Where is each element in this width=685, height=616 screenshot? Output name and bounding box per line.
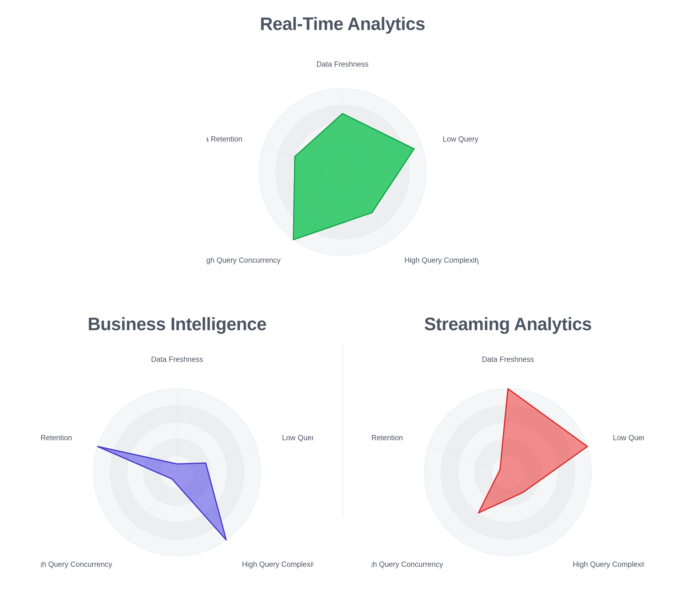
radar-axis-label: Low Query Latency <box>613 434 644 442</box>
chart-title-realtime: Real-Time Analytics <box>260 14 425 34</box>
radar-axis-label: High Query Complexity <box>573 560 644 568</box>
radar-svg: Data FreshnessLow Query LatencyHigh Quer… <box>372 350 644 583</box>
radar-axis-label: High Query Complexity <box>404 256 479 264</box>
radar-axis-label: Low Query Latency <box>442 135 479 143</box>
radar-axis-label: Data Freshness <box>482 355 534 364</box>
chart-streaming: Data FreshnessLow Query LatencyHigh Quer… <box>372 350 644 583</box>
radar-axis-label: High Query Complexity <box>242 560 313 568</box>
panel-streaming: Streaming Analytics Data FreshnessLow Qu… <box>343 308 673 608</box>
radar-svg: Data FreshnessLow Query LatencyHigh Quer… <box>41 350 313 583</box>
radar-svg: Data FreshnessLow Query LatencyHigh Quer… <box>206 49 479 283</box>
radar-axis-label: Data Freshness <box>316 60 369 68</box>
radar-axis-label: High Query Concurrency <box>41 560 112 568</box>
chart-realtime: Data FreshnessLow Query LatencyHigh Quer… <box>206 49 479 283</box>
panel-realtime: Real-Time Analytics Data FreshnessLow Qu… <box>12 8 673 308</box>
panel-bi: Business Intelligence Data FreshnessLow … <box>12 308 343 608</box>
radar-axis-label: Long Data Retention <box>41 434 72 442</box>
radar-axis-label: High Query Concurrency <box>372 560 443 568</box>
radar-axis-label: Data Freshness <box>151 355 203 364</box>
top-row: Real-Time Analytics Data FreshnessLow Qu… <box>12 8 673 308</box>
radar-axis-label: Long Data Retention <box>206 135 243 143</box>
radar-axis-label: Long Data Retention <box>372 434 403 442</box>
radar-axis-label: Low Query Latency <box>282 434 313 442</box>
page: Real-Time Analytics Data FreshnessLow Qu… <box>0 0 685 616</box>
chart-bi: Data FreshnessLow Query LatencyHigh Quer… <box>41 350 313 583</box>
bottom-row: Business Intelligence Data FreshnessLow … <box>12 308 673 608</box>
chart-title-bi: Business Intelligence <box>88 314 267 334</box>
radar-axis-label: High Query Concurrency <box>206 256 281 264</box>
chart-title-streaming: Streaming Analytics <box>424 314 592 334</box>
